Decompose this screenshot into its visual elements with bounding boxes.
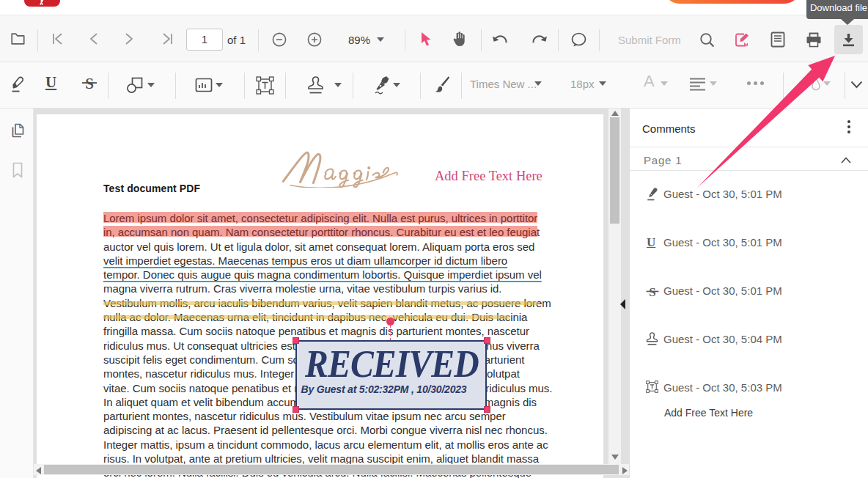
svg-text:S: S (649, 285, 655, 299)
svg-text:S: S (85, 75, 94, 92)
